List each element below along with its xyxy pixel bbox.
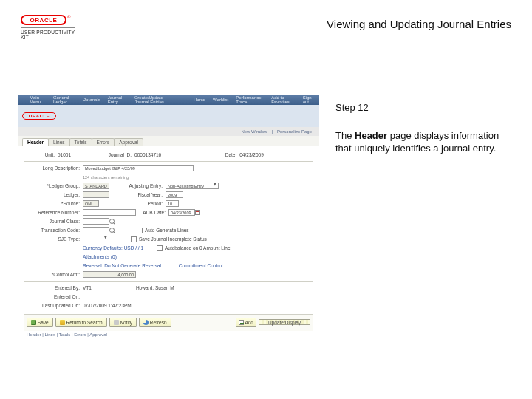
entered-by-name: Howard, Susan M [136,285,174,290]
sub-header: ORACLE [18,105,319,127]
upk-label: USER PRODUCTIVITY KIT [21,30,75,40]
search-icon[interactable] [109,219,115,224]
unit-label: Unit: [24,152,58,157]
add-button[interactable]: Add [236,318,256,327]
attachments-link[interactable]: Attachments (0) [83,254,117,259]
search-icon-2[interactable] [109,228,115,233]
ledger-label: Ledger: [24,192,83,197]
oracle-wordmark: ORACLE [21,15,66,25]
nav-general-ledger[interactable]: General Ledger [53,95,76,104]
journal-id-value: 0000134716 [134,152,161,157]
last-updated-label: Last Updated On: [24,303,83,308]
oracle-sub-logo: ORACLE [22,112,56,120]
adjusting-select[interactable]: Non-Adjusting Entry [166,183,219,189]
period-input[interactable]: 10 [166,200,179,207]
entered-on-label: Entered On: [24,294,83,299]
chars-remaining: 124 characters remaining [83,175,129,180]
transaction-code-label: Transaction Code: [24,228,83,233]
save-incomplete-checkbox[interactable] [131,236,137,242]
fiscal-year-label: Fiscal Year: [109,192,166,197]
nav-worklist[interactable]: Worklist [213,98,228,102]
action-bar: Save Return to Search Notify Refresh Add… [24,314,313,331]
chevron-down-icon: ▸ [213,183,218,188]
tab-errors[interactable]: Errors [92,138,115,146]
oracle-upk-logo: ORACLE ® USER PRODUCTIVITY KIT [21,15,75,40]
nav-fav[interactable]: Add to Favorites [271,95,295,104]
last-updated-value: 07/07/2009 1:47:23PM [83,303,132,308]
nav-home[interactable]: Home [194,98,205,102]
commitment-link[interactable]: Commitment Control [179,263,223,268]
footer-tab-links[interactable]: Header | Lines | Totals | Errors | Appro… [24,331,313,338]
plus-icon [239,320,244,325]
adb-date-input[interactable]: 04/23/2009 [168,209,195,216]
personalize-link[interactable]: Personalize Page [277,129,312,134]
registered-icon: ® [67,15,70,19]
return-button[interactable]: Return to Search [55,318,107,327]
step-label: Step 12 [335,102,513,114]
long-desc-input[interactable]: Moved budget G&P 4/23/09 [83,165,194,171]
new-window-link[interactable]: New Window [241,129,267,134]
notify-icon [114,320,119,325]
save-icon [31,320,36,325]
notify-button[interactable]: Notify [109,318,137,327]
entered-by-label: Entered By: [24,285,83,290]
update-display-button[interactable]: Update/Display [259,319,310,325]
ledger-group-label: *Ledger Group: [24,183,83,188]
util-strip: New Window | Personalize Page [18,127,319,136]
date-label: Date: [161,152,239,157]
nav-journal-entry[interactable]: Journal Entry [108,95,127,104]
tab-lines[interactable]: Lines [48,138,70,146]
ledger-group-input[interactable]: STANDARD [83,183,109,189]
auto-generate-checkbox[interactable] [137,228,143,233]
source-label: *Source: [24,201,83,206]
control-amt-input[interactable]: 4,000.00 [83,271,136,278]
page-title: Viewing and Updating Journal Entries [327,18,511,30]
tab-totals[interactable]: Totals [69,138,92,146]
tab-approval[interactable]: Approval [114,138,143,146]
return-icon [60,320,65,325]
autobalance-label: Autobalance on 0 Amount Line [165,245,231,250]
ref-input[interactable] [83,209,136,216]
reversal-link[interactable]: Reversal: Do Not Generate Reversal [83,263,161,268]
journal-class-input[interactable] [83,218,109,225]
adjusting-label: Adjusting Entry: [109,183,166,188]
entered-by-value: VT1 [83,285,92,290]
logo-divider [21,27,75,28]
instruction-bold: Header [355,130,387,141]
auto-generate-label: Auto Generate Lines [145,228,189,233]
ref-label: Reference Number: [24,210,83,215]
instruction-body: The Header page displays information tha… [335,130,513,154]
adb-date-label: ADB Date: [136,210,168,215]
period-label: Period: [99,201,166,206]
tab-header[interactable]: Header [22,138,49,146]
refresh-icon [143,320,149,325]
transaction-code-input[interactable] [83,227,109,233]
autobalance-checkbox[interactable] [157,245,163,251]
fiscal-year-input[interactable]: 2009 [166,191,183,198]
nav-create-update[interactable]: Create/Update Journal Entries [134,95,179,104]
save-button[interactable]: Save [27,318,53,327]
long-desc-label: Long Description: [24,166,83,171]
nav-signout[interactable]: Sign out [303,95,315,104]
currency-defaults-link[interactable]: Currency Defaults: USD / / 1 [83,245,143,250]
unit-value: 51001 [58,152,71,157]
form-body: Unit: 51001 Journal ID: 0000134716 Date:… [18,146,319,338]
global-nav: Main Menu General Ledger Journals Journa… [18,95,319,105]
nav-perf[interactable]: Performance Trace [236,95,264,104]
journal-id-label: Journal ID: [71,152,134,157]
instruction-prefix: The [335,130,355,141]
control-amt-label: *Control Amt: [24,272,83,277]
screenshot-area: Main Menu General Ledger Journals Journa… [18,95,319,287]
source-input[interactable]: ONL [83,200,99,207]
date-value: 04/23/2009 [239,152,264,157]
save-incomplete-label: Save Journal Incomplete Status [139,236,207,242]
sjetype-label: SJE Type: [24,236,83,242]
tab-row: Header Lines Totals Errors Approval [18,136,319,146]
refresh-button[interactable]: Refresh [139,318,171,327]
calendar-icon[interactable] [195,210,200,215]
nav-main-menu[interactable]: Main Menu [30,95,46,104]
instruction-panel: Step 12 The Header page displays informa… [335,102,513,154]
nav-journals[interactable]: Journals [83,98,100,102]
ledger-input[interactable] [83,191,109,198]
journal-class-label: Journal Class: [24,219,83,224]
